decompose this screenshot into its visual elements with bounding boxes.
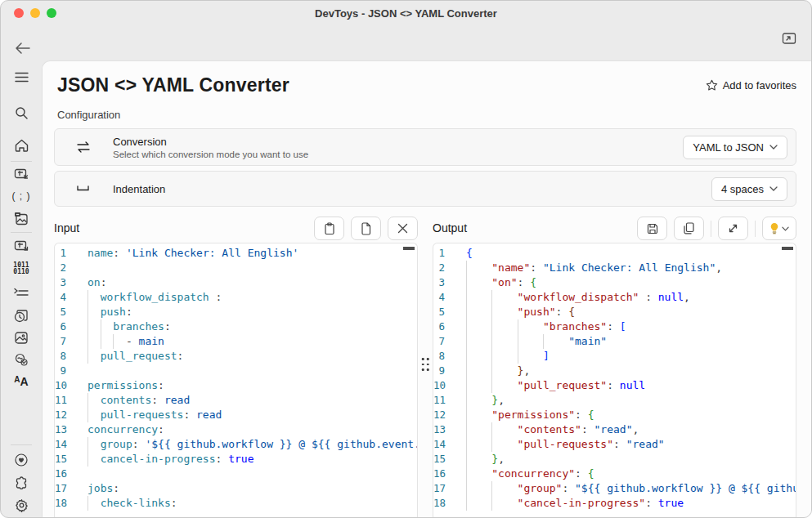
- output-label: Output: [433, 217, 467, 234]
- line-number: 6: [55, 319, 87, 334]
- code-line: 4"workflow_dispatch" : null,: [433, 290, 796, 305]
- code-line: 15},: [433, 452, 796, 467]
- cli-list-icon: [14, 288, 29, 297]
- line-number: 18: [433, 496, 466, 511]
- sidebar-graphic-tools-button[interactable]: [7, 207, 35, 230]
- code-line: 3"on": {: [433, 275, 796, 290]
- line-number: 11: [55, 393, 87, 408]
- window-title: DevToys - JSON <> YAML Converter: [1, 7, 811, 20]
- paste-button[interactable]: [314, 217, 344, 240]
- code-line: 13concurrency:: [55, 422, 417, 437]
- graphic-tools-icon: [14, 212, 29, 226]
- code-line: 7- main: [55, 334, 417, 349]
- indentation-title: Indentation: [113, 183, 165, 195]
- line-number: 2: [433, 261, 466, 275]
- number-base-converter-icon: 10110110: [13, 262, 29, 275]
- code-line: 12"permissions": {: [433, 408, 796, 422]
- conversion-mode-dropdown[interactable]: YAML to JSON: [683, 136, 787, 159]
- code-line: 4workflow_dispatch :: [55, 290, 417, 305]
- sidebar-image-converter-button[interactable]: [7, 326, 35, 349]
- sidebar-number-base-converter-button[interactable]: 10110110: [7, 257, 35, 280]
- input-editor[interactable]: 1name: 'Link Checker: All English'23on:4…: [54, 243, 418, 517]
- line-number: 7: [433, 334, 466, 349]
- code-line: 11},: [433, 393, 796, 408]
- chevron-down-icon: [769, 186, 778, 191]
- sponsor-heart-icon: [14, 453, 29, 467]
- code-line: 10permissions:: [55, 378, 417, 393]
- sidebar-cli-tool-button[interactable]: [7, 281, 35, 304]
- date-converter-icon: [14, 309, 29, 323]
- sidebar-search-button[interactable]: [7, 101, 35, 124]
- sidebar-home-button[interactable]: [7, 134, 35, 157]
- line-number: 9: [55, 364, 87, 378]
- sidebar-formatters-button[interactable]: ( ; ): [7, 185, 35, 208]
- sidebar-extensions-button[interactable]: [7, 471, 35, 494]
- sidebar-menu-button[interactable]: [7, 65, 35, 88]
- sidebar-text-case-button[interactable]: AA: [7, 370, 35, 393]
- detach-window-button[interactable]: [782, 29, 801, 47]
- sidebar-converters-button[interactable]: [7, 163, 35, 185]
- indentation-dropdown[interactable]: 4 spaces: [711, 177, 787, 201]
- line-number: 15: [433, 452, 466, 467]
- chevron-down-icon: [769, 145, 778, 150]
- copy-icon: [684, 222, 694, 234]
- line-number: 5: [433, 305, 466, 319]
- json-yaml-converter-icon: [14, 239, 29, 252]
- copy-output-button[interactable]: [674, 217, 704, 240]
- expand-output-button[interactable]: [718, 217, 748, 240]
- code-line: 16"concurrency": {: [433, 467, 796, 481]
- code-line: 14"pull-requests": "read": [433, 437, 796, 452]
- smart-detection-dropdown[interactable]: [762, 217, 796, 240]
- clear-input-button[interactable]: [388, 217, 418, 240]
- star-icon: [706, 79, 718, 92]
- code-line: 12pull-requests: read: [55, 408, 417, 422]
- line-number: 10: [433, 378, 466, 393]
- pane-resize-handle[interactable]: [419, 355, 433, 374]
- sidebar-separator: [11, 444, 32, 445]
- code-line: 17"group": "${{ github.workflow }} @ ${{…: [433, 481, 796, 496]
- code-line: 18"cancel-in-progress": true: [433, 496, 796, 511]
- space-indent-icon: [76, 185, 92, 192]
- line-number: 13: [55, 422, 87, 437]
- line-number: 17: [433, 481, 466, 496]
- line-number: 6: [433, 319, 466, 334]
- line-number: 1: [433, 246, 466, 261]
- code-line: 17jobs:: [55, 481, 417, 496]
- conversion-subtitle: Select which conversion mode you want to…: [113, 150, 308, 159]
- sidebar-sponsor-button[interactable]: [7, 449, 35, 471]
- toolbar-divider: [755, 221, 756, 237]
- line-number: 17: [55, 481, 87, 496]
- add-to-favorites-button[interactable]: Add to favorites: [706, 79, 796, 92]
- formatters-icon: ( ; ): [12, 190, 31, 202]
- indentation-value: 4 spaces: [721, 183, 764, 195]
- code-line: 10"pull_request": null: [433, 378, 796, 393]
- open-file-button[interactable]: [351, 217, 381, 240]
- code-line: 5push:: [55, 305, 417, 319]
- sidebar-date-converter-button[interactable]: [7, 304, 35, 327]
- conversion-mode-value: YAML to JSON: [693, 141, 764, 154]
- code-line: 18check-links:: [55, 496, 417, 511]
- output-editor[interactable]: 1{2"name": "Link Checker: All English",3…: [433, 243, 796, 517]
- line-number: 8: [55, 349, 87, 364]
- extensions-puzzle-icon: [15, 476, 29, 490]
- line-number: 14: [433, 437, 466, 452]
- indentation-setting-card: Indentation 4 spaces: [54, 171, 796, 207]
- line-number: 8: [433, 349, 466, 364]
- line-number: 12: [55, 408, 87, 422]
- sidebar-settings-button[interactable]: [7, 493, 35, 516]
- sidebar-hash-checker-button[interactable]: [7, 348, 35, 371]
- code-line: 6"branches": [: [433, 319, 796, 334]
- input-pane: Input 1name: 'Link Checker:: [54, 217, 418, 517]
- sidebar-separator: [11, 161, 32, 162]
- converters-icon: [14, 167, 29, 181]
- output-scrollbar-handle[interactable]: [782, 247, 793, 250]
- home-icon: [15, 139, 29, 152]
- sidebar-json-yaml-converter-button[interactable]: [7, 234, 35, 257]
- code-line: 15cancel-in-progress: true: [55, 452, 417, 467]
- code-line: 1name: 'Link Checker: All English': [55, 246, 417, 261]
- line-number: 13: [433, 422, 466, 437]
- line-number: 3: [55, 275, 87, 290]
- save-output-button[interactable]: [637, 217, 667, 240]
- main-panel: JSON <> YAML Converter Add to favorites …: [42, 60, 811, 517]
- input-scrollbar-handle[interactable]: [403, 247, 415, 250]
